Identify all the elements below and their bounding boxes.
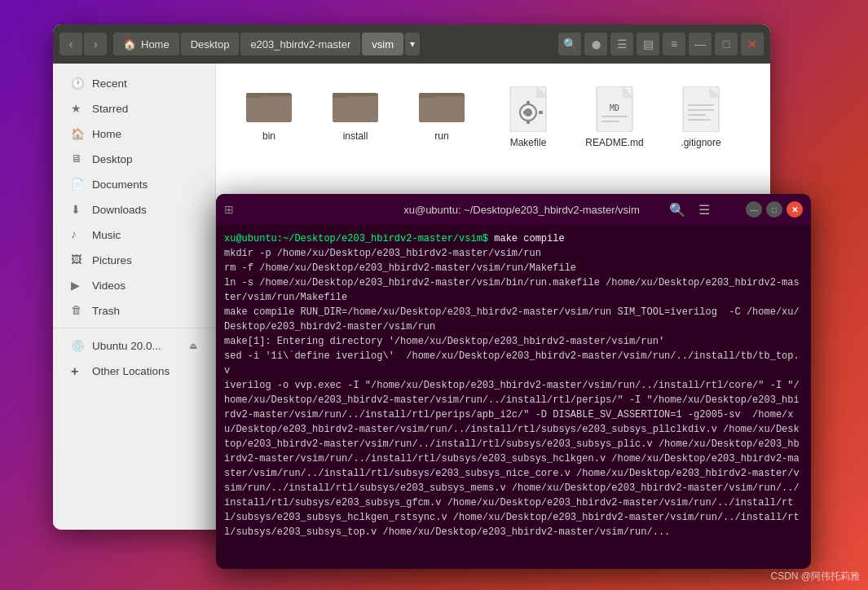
music-icon: ♪ [71,228,84,241]
home-icon: 🏠 [123,38,136,51]
circle-button[interactable]: ⬤ [584,33,607,55]
sidebar-videos-label: Videos [92,280,126,292]
breadcrumb-bar: 🏠 Home Desktop e203_hbirdv2-master vsim … [113,33,552,55]
file-item-readme[interactable]: MD README.md [578,80,651,156]
view-list-button[interactable]: ☰ [610,33,633,55]
terminal-app-icon: ⊞ [224,203,234,216]
menu-button[interactable]: ≡ [663,33,685,55]
minimize-button[interactable]: — [689,33,712,55]
sidebar-starred-label: Starred [92,103,128,115]
svg-rect-7 [419,96,465,122]
svg-rect-18 [539,111,543,114]
svg-rect-30 [688,114,706,116]
downloads-icon: ⬇ [71,203,84,216]
sidebar-desktop-label: Desktop [92,153,133,165]
back-button[interactable]: ‹ [59,33,82,55]
starred-icon: ★ [71,102,84,115]
breadcrumb-dropdown[interactable]: ▾ [405,33,420,55]
sidebar-item-music[interactable]: ♪ Music [58,222,210,247]
file-bin-label: bin [262,130,275,143]
watermark: CSDN @阿伟托莉雅 [770,570,860,583]
toolbar-right: 🔍 ⬤ ☰ ▤ ≡ — □ ✕ [558,33,764,55]
file-makefile-label: Makefile [510,137,547,150]
breadcrumb-home-label: Home [141,38,170,51]
sidebar: 🕐 Recent ★ Starred 🏠 Home 🖥 Desktop 📄 Do… [53,64,216,530]
terminal-menu-button[interactable]: ☰ [695,200,713,219]
terminal-output: mkdir -p /home/xu/Desktop/e203_hbirdv2-m… [224,246,803,539]
sidebar-ubuntu-label: Ubuntu 20.0... [92,340,181,352]
folder-install-icon [333,86,378,125]
eject-icon[interactable]: ⏏ [189,341,197,351]
desktop-icon: 🖥 [71,152,84,165]
trash-icon: 🗑 [71,304,84,317]
svg-rect-15 [527,101,530,105]
sidebar-item-videos[interactable]: ▶ Videos [58,273,210,297]
sidebar-documents-label: Documents [92,178,148,191]
terminal-maximize-button[interactable]: □ [766,201,782,218]
sidebar-item-trash[interactable]: 🗑 Trash [58,298,210,323]
terminal-minimize-button[interactable]: — [746,201,762,218]
documents-icon: 📄 [71,178,84,191]
sidebar-item-documents[interactable]: 📄 Documents [58,172,210,196]
terminal-search-button[interactable]: 🔍 [666,200,689,219]
svg-text:MD: MD [610,103,619,112]
breadcrumb-desktop[interactable]: Desktop [181,33,240,55]
terminal-command-line: xu@ubuntu:~/Desktop/e203_hbirdv2-master/… [224,231,803,246]
sidebar-item-other[interactable]: + Other Locations [58,359,210,383]
sidebar-other-label: Other Locations [92,365,170,377]
terminal-titlebar: ⊞ xu@ubuntu: ~/Desktop/e203_hbirdv2-mast… [216,194,811,225]
terminal-body[interactable]: xu@ubuntu:~/Desktop/e203_hbirdv2-master/… [216,225,811,569]
svg-rect-28 [688,104,714,106]
close-button[interactable]: ✕ [741,33,764,55]
other-icon: + [71,364,84,377]
breadcrumb-e203[interactable]: e203_hbirdv2-master [240,33,360,55]
search-button[interactable]: 🔍 [558,33,581,55]
breadcrumb-vsim[interactable]: vsim [362,33,403,55]
svg-rect-31 [688,119,711,121]
svg-rect-29 [688,109,714,111]
breadcrumb-home[interactable]: 🏠 Home [113,33,179,55]
sidebar-pictures-label: Pictures [92,254,132,266]
folder-bin-icon [246,86,292,125]
file-item-makefile[interactable]: Makefile [491,80,565,156]
terminal-close-button[interactable]: ✕ [786,201,803,218]
svg-rect-4 [333,96,378,122]
readme-icon: MD [595,86,634,132]
file-item-gitignore[interactable]: .gitignore [664,80,738,156]
forward-button[interactable]: › [84,33,107,55]
sidebar-item-starred[interactable]: ★ Starred [58,96,210,121]
videos-icon: ▶ [71,279,84,292]
sidebar-item-ubuntu[interactable]: 💿 Ubuntu 20.0... ⏏ [58,333,210,358]
file-item-install[interactable]: install [319,80,392,156]
svg-rect-17 [523,111,527,114]
file-install-label: install [343,130,368,143]
sidebar-item-downloads[interactable]: ⬇ Downloads [58,197,210,222]
file-manager-titlebar: ‹ › 🏠 Home Desktop e203_hbirdv2-master v… [53,24,770,64]
file-item-bin[interactable]: bin [232,80,306,156]
maximize-button[interactable]: □ [715,33,738,55]
file-gitignore-label: .gitignore [681,137,720,150]
sidebar-home-label: Home [92,128,121,140]
svg-rect-1 [246,96,292,122]
svg-rect-2 [246,93,262,98]
sidebar-item-desktop[interactable]: 🖥 Desktop [58,147,210,171]
sidebar-music-label: Music [92,229,121,241]
ubuntu-icon: 💿 [71,339,84,352]
svg-rect-8 [419,93,435,98]
nav-arrows: ‹ › [59,33,107,55]
home-sidebar-icon: 🏠 [71,127,84,140]
terminal-controls: — □ ✕ [746,201,803,218]
svg-rect-23 [601,116,628,117]
pictures-icon: 🖼 [71,253,84,266]
sidebar-item-pictures[interactable]: 🖼 Pictures [58,248,210,272]
terminal-title: xu@ubuntu: ~/Desktop/e203_hbirdv2-master… [240,204,803,216]
terminal-command: make compile [488,233,565,244]
view-grid-button[interactable]: ▤ [637,33,659,55]
file-readme-label: README.md [585,137,643,150]
sidebar-item-recent[interactable]: 🕐 Recent [58,71,210,95]
svg-rect-16 [527,120,530,124]
sidebar-item-home[interactable]: 🏠 Home [58,121,210,146]
file-run-label: run [434,130,448,143]
svg-rect-24 [601,121,619,122]
file-item-run[interactable]: run [405,80,478,156]
